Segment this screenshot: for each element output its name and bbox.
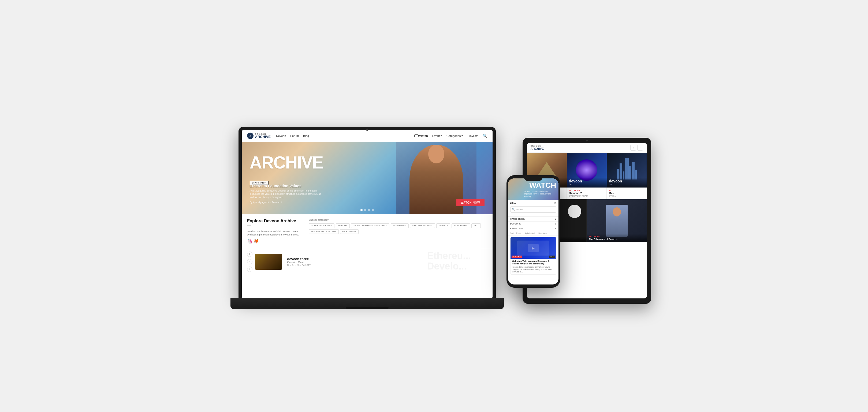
hero-dots — [361, 209, 374, 211]
building-2 — [620, 163, 622, 180]
explore-row: Explore Devcon Archive — Dive into the i… — [247, 219, 487, 244]
hero-dot-4[interactable] — [372, 209, 374, 211]
phone-sort-bar: Sort: Event ↕ Alphabetical ↕ Duration ↕ — [508, 231, 558, 235]
nav-devcon[interactable]: Devcon — [276, 134, 286, 137]
phone-categories-row[interactable]: CATEGORIES: ∨ — [508, 217, 558, 222]
tablet-logo: DEVCON ARCHIVE — [531, 145, 544, 150]
nav-blog[interactable]: Blog — [303, 134, 309, 137]
hero-dot-2[interactable] — [364, 209, 366, 211]
phone-sort-duration[interactable]: Duration ↕ — [538, 232, 547, 234]
phone-body: WATCH Devcon content curated and organiz… — [506, 175, 560, 288]
event-numbers: 6 5 4 — [247, 252, 252, 272]
tablet-card-2-edition: two — [569, 183, 604, 186]
phone-card-thumb-content: ▶ — [528, 244, 539, 252]
tablet-card-3-label: devcon two — [607, 178, 647, 188]
explore-section: Explore Devcon Archive — Dive into the i… — [242, 214, 493, 248]
explore-emojis: 🦄 🦊 — [247, 239, 301, 244]
nav-forum[interactable]: Forum — [290, 134, 299, 137]
category-ux[interactable]: UX & DESIGN — [340, 229, 359, 234]
tablet-card-3-devcon: devcon — [609, 179, 645, 183]
logo-text: DEVCON ARCHIVE — [255, 133, 271, 138]
phone-card-devcon-badge: DEVCON 1 — [512, 256, 522, 258]
phone-filter-title: Filter 25 — [510, 202, 556, 205]
phone-search-icon: 🔍 — [512, 208, 515, 211]
nav-event[interactable]: Event — [432, 134, 442, 137]
phone-hero: WATCH Devcon content curated and organiz… — [508, 179, 558, 200]
nav-right: Watch Event Categories Playlists 🔍 — [414, 134, 487, 138]
filter-label: Filter — [510, 202, 516, 205]
hero-section: ARCHIVE STAFF PICK Ethereum Foundation V… — [242, 142, 493, 214]
hero-dot-3[interactable] — [368, 209, 370, 211]
building-6 — [632, 162, 634, 180]
tablet-bottom-label-2: 19 TALKS The Ethereum of Smart... — [587, 234, 647, 242]
search-icon[interactable]: 🔍 — [483, 134, 487, 138]
tablet-title-3: Dev... — [609, 192, 645, 195]
tablet-nav: DEVCON ARCHIVE ‹ › — [527, 143, 647, 153]
tablet-bottom-card2[interactable]: 19 TALKS The Ethereum of Smart... — [587, 199, 647, 242]
event-thumbnail — [255, 254, 282, 270]
category-scalability[interactable]: SCALABILITY — [452, 223, 470, 228]
city-skyline-icon — [614, 158, 640, 180]
nav-playlists[interactable]: Playlists — [467, 134, 478, 137]
phone-card-thumb-inner: ▶ — [517, 241, 549, 256]
hero-title: ARCHIVE — [250, 153, 323, 172]
hero-info: Ethereum Foundation Values Aya Miyaguchi… — [250, 184, 325, 203]
explore-title: Explore Devcon Archive — — [247, 219, 301, 228]
phone-devcore-row[interactable]: DEVCORE ∨ — [508, 222, 558, 226]
laptop-camera — [366, 129, 368, 131]
scene: ⟠ DEVCON ARCHIVE Devcon Forum Blog — [217, 103, 651, 309]
phone-expertise-row[interactable]: EXPERTISE: ∨ — [508, 226, 558, 231]
phone-notch — [524, 175, 542, 181]
phone-card-desc: Hudson Jameson presents on the best way … — [512, 266, 554, 273]
phone-sort-label: Sort: — [510, 232, 514, 234]
event-num-5: 5 — [247, 259, 252, 264]
bubble-large-white — [568, 205, 581, 218]
phone-content: WATCH Devcon content curated and organiz… — [508, 179, 558, 284]
hero-talk-title: Ethereum Foundation Values — [250, 184, 325, 188]
phone-hero-title: WATCH — [529, 181, 556, 190]
phone-screen: WATCH Devcon content curated and organiz… — [508, 179, 558, 284]
watch-now-button[interactable]: WATCH NOW — [456, 199, 484, 206]
site-logo: ⟠ DEVCON ARCHIVE — [247, 133, 271, 139]
nav-categories-label: Categories — [446, 134, 461, 137]
phone-search-bar[interactable]: 🔍 Search — [510, 206, 556, 213]
category-society[interactable]: SOCIETY AND SYSTEMS — [309, 229, 339, 234]
nav-watch-label: Watch — [419, 134, 428, 137]
phone-filter: Filter 25 🔍 Search — [508, 200, 558, 217]
hero-event: Devcon 4 — [272, 201, 282, 203]
category-execution[interactable]: EXECUTION LAYER — [410, 223, 435, 228]
event-num-4: 4 — [247, 266, 252, 272]
choose-category-label: Choose Category — [309, 219, 487, 221]
watch-icon — [414, 134, 418, 137]
tablet-by-2: BY DEVCON TEAM — [569, 195, 604, 197]
hero-dot-1[interactable] — [361, 209, 363, 211]
phone-sort-event[interactable]: Event ↕ — [516, 232, 522, 234]
phone-expertise-chevron: ∨ — [555, 227, 556, 230]
nav-categories[interactable]: Categories — [446, 134, 463, 137]
phone-sort-alpha[interactable]: Alphabetical ↕ — [525, 232, 536, 234]
laptop-device: ⟠ DEVCON ARCHIVE Devcon Forum Blog — [239, 127, 496, 309]
tablet-bottom-title-2: The Ethereum of Smart... — [589, 238, 645, 241]
category-dev-infra[interactable]: DEVELOPER INFRASTRUCTURE — [351, 223, 389, 228]
tablet-meta-card2: 70 TALKS Devcon 2 BY DEVCON TEAM — [567, 188, 607, 199]
category-consensus[interactable]: CONSENSUS LAYER — [309, 223, 335, 228]
category-devcon[interactable]: DEVCON — [336, 223, 350, 228]
phone-categories-label: CATEGORIES: — [510, 218, 525, 220]
tablet-card-devcon2[interactable]: devcon two — [567, 153, 607, 188]
phone-card-info: Lightning Talk: Learning Ethereum & How … — [510, 259, 556, 274]
phone-expertise-label: EXPERTISE: — [510, 227, 523, 230]
category-economics[interactable]: ECONOMICS — [391, 223, 409, 228]
nav-watch[interactable]: Watch — [414, 134, 428, 137]
category-privacy[interactable]: PRIVACY — [436, 223, 451, 228]
hero-by: By — [250, 201, 253, 203]
event-bg-text: Ethereu...Develo... — [427, 251, 471, 272]
event-thumb-image — [255, 254, 282, 270]
next-arrow[interactable]: › — [637, 145, 643, 151]
tablet-card-devcon1[interactable]: devcon two — [607, 153, 647, 188]
phone-devcore-label: DEVCORE — [510, 223, 521, 225]
tablet-talks-2: 70 TALKS — [569, 189, 604, 192]
logo-archive-text: ARCHIVE — [255, 135, 271, 138]
explore-desc: Dive into the immersive world of Devcon … — [247, 230, 301, 236]
category-se[interactable]: SE... — [471, 223, 481, 228]
prev-arrow[interactable]: ‹ — [630, 145, 636, 151]
